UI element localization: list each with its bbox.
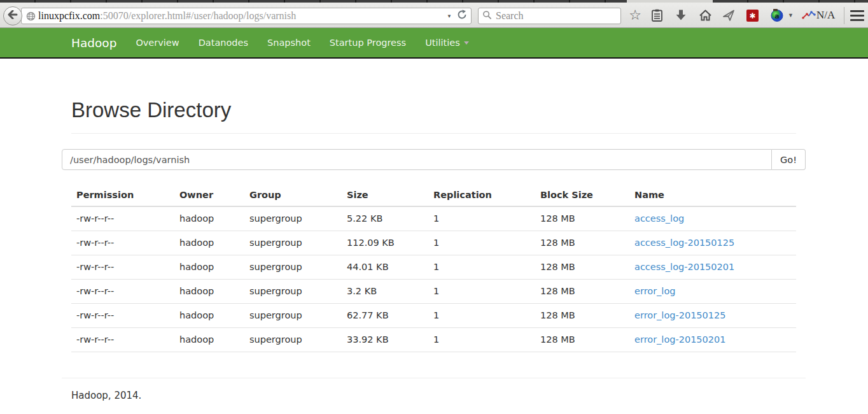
cell-size: 44.01 KB	[342, 255, 428, 280]
cell-block-size: 128 MB	[535, 206, 629, 231]
table-row: -rw-r--r-- hadoop supergroup 3.2 KB 1 12…	[71, 280, 796, 304]
file-link[interactable]: error_log-20150201	[634, 334, 726, 345]
table-row: -rw-r--r-- hadoop supergroup 62.77 KB 1 …	[71, 304, 796, 328]
file-link[interactable]: error_log	[634, 286, 675, 296]
nav-label: Datanodes	[199, 28, 248, 57]
go-button[interactable]: Go!	[772, 149, 806, 170]
cell-group: supergroup	[244, 304, 342, 328]
cell-replication: 1	[428, 304, 535, 328]
pocket-send-icon[interactable]	[721, 8, 736, 23]
cell-block-size: 128 MB	[535, 231, 629, 255]
cell-name: access_log	[629, 206, 796, 231]
table-row: -rw-r--r-- hadoop supergroup 112.09 KB 1…	[71, 231, 796, 255]
cell-replication: 1	[428, 328, 535, 352]
cell-size: 3.2 KB	[342, 280, 428, 304]
file-link[interactable]: access_log-20150125	[634, 238, 734, 248]
nav-label: Utilities	[425, 28, 460, 57]
cell-group: supergroup	[244, 255, 342, 280]
cell-owner: hadoop	[174, 280, 244, 304]
file-listing-table: Permission Owner Group Size Replication …	[71, 184, 796, 352]
col-header-size: Size	[342, 184, 428, 206]
table-row: -rw-r--r-- hadoop supergroup 44.01 KB 1 …	[71, 255, 796, 280]
cell-permission: -rw-r--r--	[71, 206, 174, 231]
file-link[interactable]: error_log-20150125	[634, 310, 726, 320]
cell-permission: -rw-r--r--	[71, 328, 174, 352]
url-path: :50070/explorer.html#/user/hadoop/logs/v…	[100, 10, 442, 22]
extension-graph-icon[interactable]	[801, 8, 816, 23]
cell-owner: hadoop	[174, 206, 244, 231]
nav-label: Snapshot	[267, 28, 311, 57]
extension-globe-icon[interactable]: a	[769, 8, 785, 23]
bookmark-star-icon[interactable]: ☆	[627, 8, 643, 23]
table-header-row: Permission Owner Group Size Replication …	[71, 184, 796, 206]
cell-size: 62.77 KB	[342, 304, 428, 328]
cell-name: error_log	[629, 280, 796, 304]
asterisk-glyph: ✱	[749, 11, 755, 20]
navbar-brand[interactable]: Hadoop	[62, 36, 126, 50]
cell-permission: -rw-r--r--	[71, 255, 174, 280]
cell-group: supergroup	[244, 328, 342, 352]
table-row: -rw-r--r-- hadoop supergroup 5.22 KB 1 1…	[71, 206, 796, 231]
back-arrow-icon	[8, 10, 18, 22]
cell-owner: hadoop	[174, 328, 244, 352]
browser-toolbar: linuxpcfix.com:50070/explorer.html#/user…	[0, 3, 868, 28]
cell-permission: -rw-r--r--	[71, 280, 174, 304]
nav-item-overview[interactable]: Overview	[126, 28, 188, 57]
cell-block-size: 128 MB	[535, 255, 629, 280]
cell-name: access_log-20150125	[629, 231, 796, 255]
nav-label: Overview	[136, 28, 179, 57]
pagerank-status: N/A	[816, 9, 835, 22]
chevron-down-icon	[464, 41, 469, 45]
nav-item-utilities[interactable]: Utilities	[416, 28, 479, 57]
col-header-permission: Permission	[71, 184, 174, 206]
cell-block-size: 128 MB	[535, 328, 629, 352]
table-row: -rw-r--r-- hadoop supergroup 33.92 KB 1 …	[71, 328, 796, 352]
file-link[interactable]: access_log-20150201	[634, 262, 734, 272]
col-header-replication: Replication	[428, 184, 535, 206]
cell-size: 5.22 KB	[342, 206, 428, 231]
bookmarks-menu-icon[interactable]	[649, 8, 664, 23]
back-button[interactable]	[3, 6, 22, 25]
cell-group: supergroup	[244, 231, 342, 255]
footer-divider	[62, 378, 806, 378]
cell-owner: hadoop	[174, 255, 244, 280]
cell-name: error_log-20150201	[629, 328, 796, 352]
extension-dropdown-caret[interactable]: ▼	[788, 12, 794, 18]
cell-replication: 1	[428, 206, 535, 231]
nav-item-datanodes[interactable]: Datanodes	[189, 28, 258, 57]
directory-path-input[interactable]	[62, 149, 772, 170]
downloads-icon[interactable]	[673, 8, 689, 23]
cell-size: 112.09 KB	[342, 231, 428, 255]
page-header: Browse Directory	[71, 97, 796, 134]
nav-item-startup-progress[interactable]: Startup Progress	[320, 28, 416, 57]
star-glyph: ☆	[629, 8, 641, 22]
url-bar[interactable]: linuxpcfix.com:50070/explorer.html#/user…	[21, 8, 472, 24]
file-link[interactable]: access_log	[634, 213, 684, 224]
cell-block-size: 128 MB	[535, 304, 629, 328]
cell-group: supergroup	[244, 206, 342, 231]
col-header-owner: Owner	[174, 184, 244, 206]
cell-permission: -rw-r--r--	[71, 304, 174, 328]
col-header-block-size: Block Size	[535, 184, 629, 206]
cell-name: access_log-20150201	[629, 255, 796, 280]
nav-item-snapshot[interactable]: Snapshot	[258, 28, 320, 57]
extension-asterisk-icon[interactable]: ✱	[746, 10, 759, 22]
cell-replication: 1	[428, 231, 535, 255]
search-icon	[482, 10, 492, 22]
cell-name: error_log-20150125	[629, 304, 796, 328]
reload-icon[interactable]	[457, 10, 467, 22]
search-placeholder: Search	[496, 10, 524, 22]
search-box[interactable]: Search	[478, 8, 621, 24]
url-host: linuxpcfix.com	[38, 10, 100, 22]
home-icon[interactable]	[697, 8, 713, 23]
site-identity-globe-icon[interactable]	[26, 11, 36, 24]
col-header-name: Name	[629, 184, 796, 206]
toolbar-separator	[844, 7, 844, 24]
urlbar-dropdown-caret[interactable]: ▼	[442, 13, 457, 19]
path-input-group: Go!	[62, 149, 806, 170]
cell-owner: hadoop	[174, 231, 244, 255]
hadoop-navbar: Hadoop Overview Datanodes Snapshot Start…	[0, 28, 868, 59]
menu-button[interactable]	[850, 10, 864, 21]
cell-replication: 1	[428, 280, 535, 304]
svg-text:a: a	[774, 12, 779, 20]
